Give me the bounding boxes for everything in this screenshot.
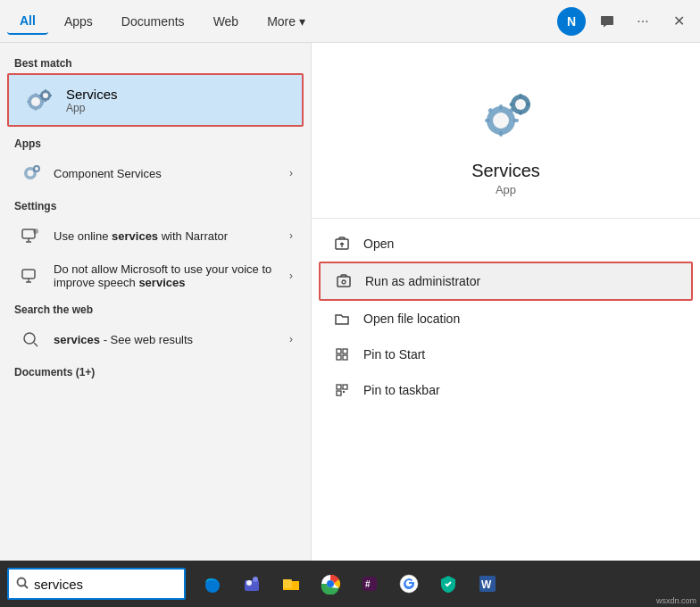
slack-icon[interactable]: # bbox=[352, 566, 388, 602]
svg-point-51 bbox=[246, 580, 252, 586]
open-label: Open bbox=[363, 237, 394, 251]
word-icon[interactable]: W bbox=[470, 566, 505, 602]
pin-taskbar-action[interactable]: Pin to taskbar bbox=[312, 372, 700, 408]
best-match-title: Services bbox=[66, 87, 118, 102]
open-file-location-action[interactable]: Open file location bbox=[312, 301, 700, 337]
svg-rect-34 bbox=[526, 103, 530, 106]
web-search-label: services - See web results bbox=[54, 333, 279, 346]
chevron-right-icon-4: › bbox=[289, 333, 293, 345]
chevron-right-icon: › bbox=[289, 167, 293, 179]
teams-icon[interactable] bbox=[234, 566, 270, 602]
docs-label: Documents (1+) bbox=[0, 359, 311, 382]
chevron-down-icon: ▾ bbox=[299, 14, 305, 29]
more-options-icon[interactable]: ··· bbox=[629, 7, 657, 36]
svg-rect-41 bbox=[343, 355, 347, 360]
search-web-icon bbox=[18, 327, 43, 352]
svg-line-47 bbox=[25, 585, 29, 588]
component-services-item[interactable]: Component Services › bbox=[4, 154, 307, 193]
svg-rect-5 bbox=[35, 108, 37, 111]
tab-all[interactable]: All bbox=[7, 8, 48, 35]
right-app-title: Services bbox=[471, 161, 540, 181]
tab-web[interactable]: Web bbox=[201, 9, 252, 34]
component-services-icon bbox=[18, 161, 43, 186]
svg-point-17 bbox=[33, 229, 38, 234]
best-match-label: Best match bbox=[0, 50, 311, 73]
svg-rect-42 bbox=[337, 385, 341, 389]
feedback-icon[interactable] bbox=[593, 7, 621, 36]
run-as-admin-action[interactable]: Run as administrator bbox=[319, 262, 693, 301]
user-avatar[interactable]: N bbox=[557, 7, 586, 36]
svg-point-22 bbox=[493, 112, 509, 129]
run-as-admin-label: Run as administrator bbox=[365, 274, 480, 288]
svg-point-1 bbox=[31, 97, 40, 106]
search-input[interactable] bbox=[34, 577, 204, 592]
watermark: wsxdn.com bbox=[656, 596, 696, 605]
svg-line-20 bbox=[34, 343, 38, 346]
best-match-item[interactable]: Services App bbox=[7, 73, 304, 127]
voice-settings-label: Do not allow Microsoft to use your voice… bbox=[54, 262, 279, 289]
security-icon[interactable] bbox=[430, 566, 466, 602]
right-app-sub: App bbox=[496, 183, 516, 196]
svg-rect-44 bbox=[337, 391, 341, 395]
taskbar-icons: # W bbox=[195, 566, 693, 602]
pin-taskbar-label: Pin to taskbar bbox=[363, 383, 440, 397]
svg-point-37 bbox=[342, 280, 346, 284]
left-panel: Best match bbox=[0, 43, 311, 561]
top-nav: All Apps Documents Web More ▾ N ··· ✕ bbox=[0, 0, 700, 43]
narrator-settings-label: Use online services with Narrator bbox=[54, 229, 279, 243]
narrator-settings-icon bbox=[18, 223, 43, 248]
svg-rect-23 bbox=[499, 104, 503, 110]
pin-start-label: Pin to Start bbox=[363, 347, 425, 362]
pin-start-action[interactable]: Pin to Start bbox=[312, 337, 700, 372]
runas-icon bbox=[335, 272, 353, 290]
svg-rect-36 bbox=[338, 277, 350, 287]
settings-voice-item[interactable]: Do not allow Microsoft to use your voice… bbox=[4, 255, 307, 296]
web-search-item[interactable]: services - See web results › bbox=[4, 320, 307, 359]
svg-rect-38 bbox=[337, 349, 341, 353]
search-icon bbox=[16, 577, 29, 592]
svg-point-50 bbox=[253, 577, 258, 582]
search-box[interactable] bbox=[7, 568, 186, 600]
file-explorer-icon[interactable] bbox=[273, 566, 309, 602]
action-menu: Open Run as administrator Open file loca… bbox=[312, 219, 700, 415]
nav-right: N ··· ✕ bbox=[557, 7, 693, 36]
svg-rect-31 bbox=[519, 94, 522, 98]
open-action[interactable]: Open bbox=[312, 226, 700, 262]
chrome-icon[interactable] bbox=[312, 566, 348, 602]
svg-text:W: W bbox=[481, 578, 492, 591]
svg-rect-18 bbox=[22, 270, 35, 279]
svg-text:#: # bbox=[365, 579, 371, 589]
svg-rect-32 bbox=[519, 112, 522, 116]
svg-rect-25 bbox=[485, 119, 490, 122]
chevron-right-icon-2: › bbox=[289, 229, 293, 242]
google-icon[interactable] bbox=[391, 566, 427, 602]
apps-label: Apps bbox=[0, 130, 311, 154]
svg-point-30 bbox=[515, 99, 526, 110]
tab-apps[interactable]: Apps bbox=[52, 9, 105, 34]
svg-point-13 bbox=[28, 170, 34, 177]
open-file-location-label: Open file location bbox=[363, 312, 460, 326]
svg-rect-45 bbox=[343, 391, 345, 393]
folder-icon bbox=[333, 310, 351, 328]
open-icon bbox=[333, 235, 351, 253]
edge-icon[interactable] bbox=[195, 566, 230, 602]
chevron-right-icon-3: › bbox=[289, 270, 293, 282]
close-icon[interactable]: ✕ bbox=[664, 7, 693, 36]
tab-documents[interactable]: Documents bbox=[109, 9, 197, 34]
svg-rect-40 bbox=[337, 355, 341, 360]
settings-narrator-item[interactable]: Use online services with Narrator › bbox=[4, 216, 307, 255]
right-app-header: Services App bbox=[312, 43, 700, 219]
svg-point-3 bbox=[43, 93, 48, 98]
main-container: Best match bbox=[0, 43, 700, 561]
right-panel: Services App Open Run as administrator bbox=[311, 43, 700, 561]
svg-rect-11 bbox=[50, 95, 53, 96]
svg-point-19 bbox=[24, 333, 35, 344]
services-icon bbox=[23, 84, 55, 116]
svg-rect-24 bbox=[499, 131, 503, 137]
component-services-label: Component Services bbox=[54, 167, 279, 180]
svg-rect-33 bbox=[509, 103, 513, 106]
tab-more[interactable]: More ▾ bbox=[254, 9, 318, 34]
pin-taskbar-icon bbox=[333, 381, 351, 399]
svg-rect-6 bbox=[27, 101, 29, 103]
svg-rect-39 bbox=[343, 349, 347, 353]
